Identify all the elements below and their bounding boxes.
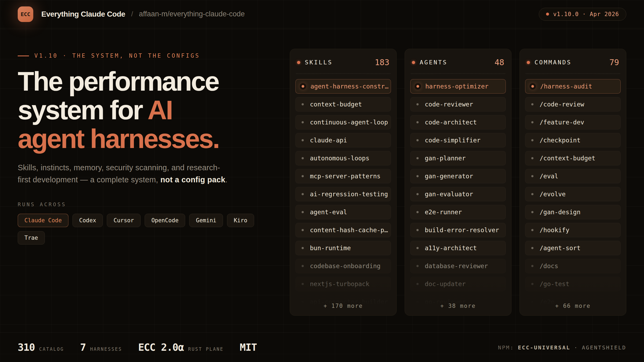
accent-dot-icon bbox=[527, 61, 530, 64]
list-item-label: context-budget bbox=[310, 101, 362, 108]
harness-chip-cursor[interactable]: Cursor bbox=[107, 214, 141, 227]
npm-prefix: NPM: bbox=[498, 344, 514, 351]
hero-subtitle: Skills, instincts, memory, security scan… bbox=[18, 162, 271, 186]
list-item[interactable]: /agent-sort bbox=[525, 241, 621, 255]
bullet-icon bbox=[416, 157, 419, 159]
bullet-icon bbox=[531, 157, 533, 159]
list-item[interactable]: code-architect bbox=[410, 115, 506, 130]
more-count: + 66 more bbox=[555, 303, 591, 309]
list-item[interactable]: autonomous-loops bbox=[295, 151, 391, 165]
list-item[interactable]: /harness-audit bbox=[525, 79, 621, 94]
bullet-icon bbox=[531, 121, 533, 123]
bullet-icon bbox=[302, 103, 304, 105]
bullet-icon bbox=[531, 265, 533, 267]
harness-chip-claude-code[interactable]: Claude Code bbox=[18, 214, 68, 227]
eyebrow: V1.10 · THE SYSTEM, NOT THE CONFIGS bbox=[18, 53, 271, 59]
bullet-icon bbox=[531, 211, 533, 213]
list-item-label: a11y-architect bbox=[425, 245, 477, 252]
list-item[interactable]: code-simplifier bbox=[410, 133, 506, 147]
bullet-icon bbox=[531, 247, 533, 249]
bullet-icon bbox=[531, 175, 533, 177]
list-item-label: gan-evaluator bbox=[425, 191, 473, 198]
list-item[interactable]: harness-optimizer bbox=[410, 79, 506, 94]
list-item[interactable]: /evolve bbox=[525, 187, 621, 201]
bullet-icon bbox=[531, 85, 534, 88]
list-item[interactable]: /eval bbox=[525, 169, 621, 183]
list-item[interactable]: gan-generator bbox=[410, 169, 506, 183]
status-dot-icon bbox=[546, 13, 549, 16]
page-title-accent-line3: agent harnesses. bbox=[18, 124, 219, 154]
list-item[interactable]: e2e-runner bbox=[410, 205, 506, 219]
list-item-label: gan-generator bbox=[425, 173, 473, 180]
harness-chip-codex[interactable]: Codex bbox=[72, 214, 103, 227]
list-item[interactable]: build-error-resolver bbox=[410, 223, 506, 237]
stat-value: ECC 2.0α bbox=[138, 342, 184, 353]
list-item[interactable]: ai-regression-testing bbox=[295, 187, 391, 201]
card-count: 183 bbox=[375, 58, 389, 67]
list-item[interactable]: codebase-onboarding bbox=[295, 259, 391, 273]
more-count: + 38 more bbox=[440, 303, 476, 309]
harness-chip-kiro[interactable]: Kiro bbox=[227, 214, 254, 227]
list-item-label: /hookify bbox=[540, 227, 569, 234]
list-item-label: agent-harness-constr… bbox=[310, 83, 389, 90]
stats-footer: 310 CATALOG 7 HARNESSES ECC 2.0α RUST PL… bbox=[0, 333, 644, 362]
list-item[interactable]: a11y-architect bbox=[410, 241, 506, 255]
list-item[interactable]: context-budget bbox=[295, 97, 391, 112]
list-item[interactable]: /hookify bbox=[525, 223, 621, 237]
list-item[interactable]: mcp-server-patterns bbox=[295, 169, 391, 183]
eyebrow-label: V1.10 · THE SYSTEM, NOT THE CONFIGS bbox=[34, 53, 200, 59]
stat-value: MIT bbox=[240, 342, 257, 353]
list-fade: + 38 more bbox=[405, 280, 511, 315]
list-item[interactable]: claude-api bbox=[295, 133, 391, 147]
catalog-columns: SKILLS 183 agent-harness-constr…context-… bbox=[290, 49, 626, 316]
version-badge[interactable]: v1.10.0 · Apr 2026 bbox=[539, 8, 626, 21]
list-item[interactable]: agent-harness-constr… bbox=[295, 79, 391, 94]
bullet-icon bbox=[531, 139, 533, 141]
bullet-icon bbox=[302, 139, 304, 141]
list-item[interactable]: agent-eval bbox=[295, 205, 391, 219]
agents-card: AGENTS 48 harness-optimizercode-reviewer… bbox=[405, 49, 511, 316]
card-list: agent-harness-constr…context-budgetconti… bbox=[295, 79, 391, 309]
stat-license: MIT bbox=[240, 342, 257, 353]
bullet-icon bbox=[416, 103, 419, 105]
list-item[interactable]: /code-review bbox=[525, 97, 621, 112]
stat-harnesses: 7 HARNESSES bbox=[80, 342, 122, 353]
list-item[interactable]: /docs bbox=[525, 259, 621, 273]
eyebrow-dash-icon bbox=[18, 56, 29, 56]
card-list: harness-optimizercode-reviewercode-archi… bbox=[410, 79, 506, 309]
list-item[interactable]: code-reviewer bbox=[410, 97, 506, 112]
harness-chip-gemini[interactable]: Gemini bbox=[189, 214, 223, 227]
list-item-label: /context-budget bbox=[540, 155, 595, 162]
app-logo[interactable]: ECC bbox=[18, 6, 33, 22]
list-item[interactable]: content-hash-cache-p… bbox=[295, 223, 391, 237]
card-list: /harness-audit/code-review/feature-dev/c… bbox=[525, 79, 621, 309]
list-item-label: /code-review bbox=[540, 101, 584, 108]
card-divider bbox=[526, 73, 620, 74]
npm-package-name: ECC-UNIVERSAL bbox=[518, 344, 570, 351]
bullet-icon bbox=[302, 247, 304, 249]
list-item[interactable]: continuous-agent-loop bbox=[295, 115, 391, 130]
runs-across-label: RUNS ACROSS bbox=[18, 201, 271, 207]
stat-label: HARNESSES bbox=[90, 346, 122, 352]
list-item[interactable]: /gan-design bbox=[525, 205, 621, 219]
list-item[interactable]: /context-budget bbox=[525, 151, 621, 165]
list-item[interactable]: gan-planner bbox=[410, 151, 506, 165]
bullet-icon bbox=[416, 139, 419, 141]
list-item[interactable]: /feature-dev bbox=[525, 115, 621, 130]
list-item[interactable]: database-reviewer bbox=[410, 259, 506, 273]
list-item-label: code-reviewer bbox=[425, 101, 473, 108]
accent-dot-icon bbox=[297, 61, 300, 64]
list-item[interactable]: gan-evaluator bbox=[410, 187, 506, 201]
bullet-icon bbox=[416, 265, 419, 267]
list-item[interactable]: /checkpoint bbox=[525, 133, 621, 147]
bullet-icon bbox=[531, 193, 533, 195]
harness-chip-trae[interactable]: Trae bbox=[18, 231, 45, 245]
list-item-label: claude-api bbox=[310, 137, 347, 144]
bullet-icon bbox=[302, 175, 304, 177]
list-item[interactable]: bun-runtime bbox=[295, 241, 391, 255]
breadcrumb-repo[interactable]: affaan-m/everything-claude-code bbox=[139, 10, 245, 18]
list-item-label: code-simplifier bbox=[425, 137, 481, 144]
npm-info: NPM: ECC-UNIVERSAL · AGENTSHIELD bbox=[498, 344, 626, 351]
harness-chip-opencode[interactable]: OpenCode bbox=[145, 214, 185, 227]
list-item-label: build-error-resolver bbox=[425, 227, 499, 234]
